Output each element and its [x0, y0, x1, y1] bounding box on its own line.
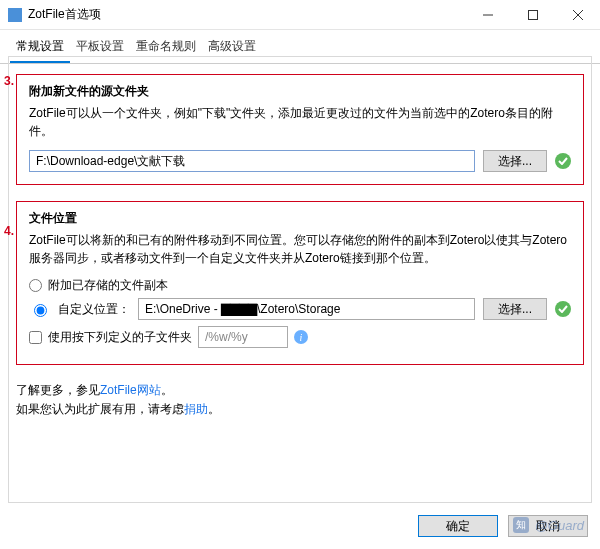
svg-rect-1 [528, 10, 537, 19]
tab-general[interactable]: 常规设置 [10, 34, 70, 63]
minimize-button[interactable] [465, 0, 510, 30]
window-title: ZotFile首选项 [28, 6, 101, 23]
learn-period: 。 [161, 383, 173, 397]
source-title: 附加新文件的源文件夹 [29, 83, 571, 100]
check-icon [555, 301, 571, 317]
subfolder-pattern-input [198, 326, 288, 348]
location-title: 文件位置 [29, 210, 571, 227]
radio-attach-copy[interactable] [29, 279, 42, 292]
maximize-icon [528, 10, 538, 20]
source-folder-group: 附加新文件的源文件夹 ZotFile可以从一个文件夹，例如"下载"文件夹，添加最… [16, 74, 584, 185]
annotation-3: 3. [4, 74, 14, 88]
tab-tablet[interactable]: 平板设置 [70, 34, 130, 63]
dialog-footer: 确定 取消 [418, 515, 588, 537]
custom-choose-button[interactable]: 选择... [483, 298, 547, 320]
learn-line2a: 如果您认为此扩展有用，请考虑 [16, 402, 184, 416]
check-icon [555, 153, 571, 169]
maximize-button[interactable] [510, 0, 555, 30]
app-icon [8, 8, 22, 22]
learn-line2b: 。 [208, 402, 220, 416]
tab-rename[interactable]: 重命名规则 [130, 34, 202, 63]
zotfile-site-link[interactable]: ZotFile网站 [100, 383, 161, 397]
cancel-button[interactable]: 取消 [508, 515, 588, 537]
source-desc: ZotFile可以从一个文件夹，例如"下载"文件夹，添加最近更改过的文件为当前选… [29, 104, 571, 140]
source-path-input[interactable] [29, 150, 475, 172]
minimize-icon [483, 10, 493, 20]
ok-button[interactable]: 确定 [418, 515, 498, 537]
tab-bar: 常规设置 平板设置 重命名规则 高级设置 [0, 30, 600, 64]
close-icon [573, 10, 583, 20]
custom-path-input[interactable] [138, 298, 475, 320]
radio-custom-location[interactable] [34, 304, 47, 317]
radio-custom-label: 自定义位置： [58, 301, 130, 318]
annotation-4: 4. [4, 224, 14, 238]
location-group: 文件位置 ZotFile可以将新的和已有的附件移动到不同位置。您可以存储您的附件… [16, 201, 584, 365]
titlebar: ZotFile首选项 [0, 0, 600, 30]
close-button[interactable] [555, 0, 600, 30]
donate-link[interactable]: 捐助 [184, 402, 208, 416]
info-icon[interactable]: i [294, 330, 308, 344]
source-choose-button[interactable]: 选择... [483, 150, 547, 172]
learn-prefix: 了解更多，参见 [16, 383, 100, 397]
learn-more: 了解更多，参见ZotFile网站。 如果您认为此扩展有用，请考虑捐助。 [16, 381, 584, 419]
content-area: 3. 附加新文件的源文件夹 ZotFile可以从一个文件夹，例如"下载"文件夹，… [0, 64, 600, 429]
subfolder-label: 使用按下列定义的子文件夹 [48, 329, 192, 346]
subfolder-checkbox[interactable] [29, 331, 42, 344]
radio-attach-label: 附加已存储的文件副本 [48, 277, 168, 294]
tab-advanced[interactable]: 高级设置 [202, 34, 262, 63]
location-desc: ZotFile可以将新的和已有的附件移动到不同位置。您可以存储您的附件的副本到Z… [29, 231, 571, 267]
